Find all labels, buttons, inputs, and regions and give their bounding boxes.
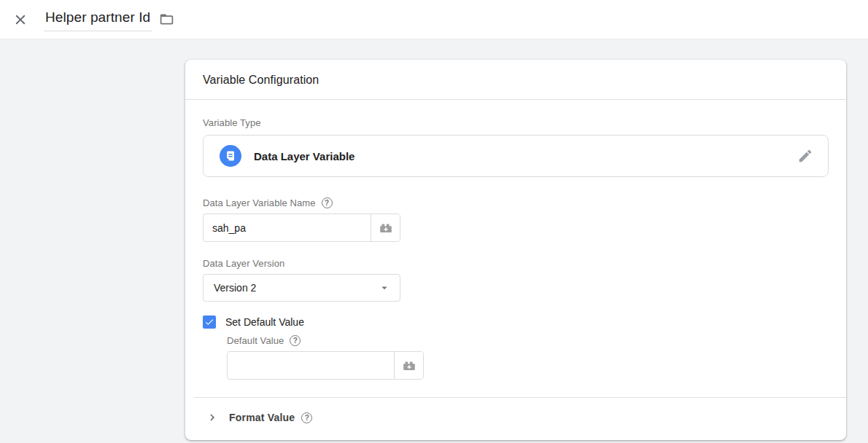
dlv-version-value: Version 2	[214, 282, 256, 294]
default-value-label-row: Default Value ?	[227, 335, 829, 346]
help-icon[interactable]: ?	[322, 197, 333, 208]
pencil-icon[interactable]	[797, 148, 813, 164]
variable-title-field[interactable]: Helper partner Id	[44, 8, 152, 31]
variable-type-label: Variable Type	[203, 117, 829, 128]
default-value-input[interactable]	[228, 352, 394, 379]
variable-configuration-card: Variable Configuration Variable Type Dat…	[185, 60, 846, 440]
format-value-expander[interactable]: Format Value ?	[203, 398, 829, 440]
content-area: Variable Configuration Variable Type Dat…	[0, 39, 868, 440]
format-value-label: Format Value	[229, 412, 295, 423]
checkbox-checked-icon[interactable]	[203, 315, 216, 329]
dlv-version-label: Data Layer Version	[203, 258, 829, 269]
top-bar: Helper partner Id	[0, 0, 868, 39]
variable-type-selector[interactable]: Data Layer Variable	[203, 135, 829, 177]
dlv-name-input-group	[203, 213, 400, 242]
dlv-name-label-row: Data Layer Variable Name ?	[203, 197, 829, 208]
help-icon[interactable]: ?	[301, 412, 312, 423]
folder-icon[interactable]	[159, 12, 174, 27]
chevron-down-icon	[378, 281, 391, 294]
insert-variable-icon[interactable]	[394, 352, 423, 379]
close-icon[interactable]	[12, 11, 29, 28]
chevron-right-icon	[206, 411, 219, 424]
dlv-name-input[interactable]	[204, 214, 371, 241]
data-layer-variable-icon	[220, 145, 241, 167]
card-body: Variable Type Data Layer Variable	[185, 100, 846, 440]
default-value-label: Default Value	[227, 335, 284, 346]
dlv-version-select[interactable]: Version 2	[203, 274, 400, 302]
help-icon[interactable]: ?	[290, 335, 301, 346]
card-title: Variable Configuration	[185, 60, 846, 100]
page-title: Helper partner Id	[45, 9, 150, 25]
insert-variable-icon[interactable]	[371, 214, 400, 241]
set-default-value-checkbox-row[interactable]: Set Default Value	[203, 315, 829, 329]
variable-type-value: Data Layer Variable	[254, 150, 354, 162]
set-default-value-label: Set Default Value	[225, 316, 304, 328]
dlv-name-label: Data Layer Variable Name	[203, 197, 316, 208]
default-value-input-group	[227, 351, 424, 380]
